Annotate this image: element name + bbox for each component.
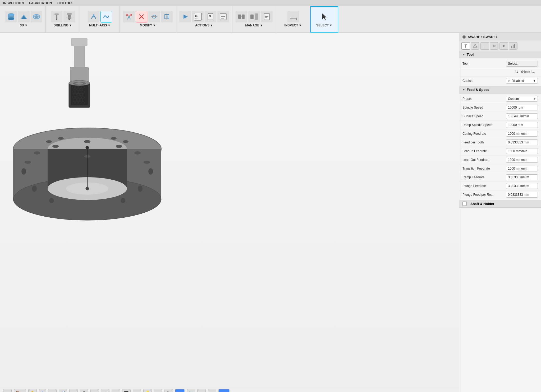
feed-speed-section-header[interactable]: ▼ Feed & Speed (459, 86, 541, 94)
viewport[interactable]: ⌂ 🏠▼ ✋ 🔍 ▼ 🔎 ▼ 🖥 ▼ # ▼ ⬛ ▼ 💡 ▼ ↻ ●▼ 📷 (0, 33, 459, 392)
toolbar-group-inspect[interactable]: ↔ INSPECT ▼ (276, 6, 310, 32)
home-btn[interactable]: ⌂ (3, 389, 12, 392)
scissors-icon[interactable]: ✂️ (123, 11, 135, 22)
preset-label: Preset (462, 97, 506, 101)
display-btn[interactable]: 🖥 (80, 389, 88, 392)
spindle-speed-label: Spindle Speed (462, 106, 506, 109)
post-icon[interactable]: G (205, 11, 216, 22)
tab-linking[interactable] (490, 42, 498, 50)
simulate-icon[interactable] (179, 11, 191, 22)
lead-out-row: Lead-Out Feedrate 1000 mm/min (459, 156, 541, 164)
toolbar-group-actions[interactable]: G1G2 G ACTIONS ▼ (176, 6, 232, 32)
plunge-feedrate-input[interactable]: 333.333 mm/m (506, 183, 538, 189)
toolbar-group-multiaxis[interactable]: MULTI-AXIS ▼ (80, 6, 120, 32)
grid-dropdown-btn[interactable]: ▼ (112, 389, 120, 392)
multiaxis-label[interactable]: MULTI-AXIS ▼ (87, 22, 113, 28)
menu-inspection[interactable]: INSPECTION (3, 1, 24, 5)
zoom-btn[interactable]: 🔍 (39, 389, 46, 392)
coolant-select[interactable]: ⊘ Disabled ▼ (506, 78, 538, 84)
svg-rect-32 (255, 13, 258, 20)
dimension-icon[interactable]: ↔ (287, 11, 299, 22)
modify4-icon[interactable] (161, 11, 173, 22)
toolbar-group-modify[interactable]: ✂️ MODIFY ▼ (120, 6, 176, 32)
toolbar-group-manage[interactable]: MANAGE ▼ (232, 6, 276, 32)
camera-dropdown-btn[interactable]: ▼ (197, 389, 206, 392)
more-btn[interactable]: ⋯▼ (208, 389, 216, 392)
svg-rect-29 (242, 15, 245, 19)
drilling2-icon[interactable] (63, 11, 75, 22)
plunge-feedrate-label: Plunge Feedrate (462, 184, 506, 188)
ramp-feedrate-input[interactable]: 333.333 mm/m (506, 174, 538, 180)
light-btn[interactable]: 💡 (143, 389, 152, 392)
nc-icon[interactable] (217, 11, 229, 22)
manage2-icon[interactable] (248, 11, 260, 22)
svg-point-4 (34, 15, 39, 18)
svg-rect-10 (67, 13, 72, 15)
svg-point-74 (75, 82, 83, 85)
g1g2-icon[interactable]: G1G2 (192, 11, 204, 22)
select-label[interactable]: SELECT ▼ (314, 22, 334, 28)
surface-speed-input[interactable]: 188.496 m/min (506, 113, 538, 119)
select-cursor-icon[interactable] (319, 11, 330, 22)
display-dropdown-btn[interactable]: ▼ (90, 389, 99, 392)
svg-marker-9 (68, 19, 71, 20)
camera-btn[interactable]: 📷 (187, 389, 195, 392)
export-btn[interactable]: →▼ (218, 389, 230, 392)
zoom2-btn[interactable]: 🔎 (59, 389, 67, 392)
zoom2-dropdown-btn[interactable]: ▼ (69, 389, 78, 392)
refresh-btn[interactable]: ↻ (164, 389, 173, 392)
ramp-spindle-input[interactable]: 10000 rpm (506, 122, 538, 128)
shaft-section-header[interactable]: Shaft & Holder (459, 200, 541, 208)
modify2-icon[interactable] (136, 11, 147, 22)
lead-out-input[interactable]: 1000 mm/min (506, 157, 538, 163)
nav-btn[interactable]: 🏠▼ (14, 389, 26, 392)
menu-utilities[interactable]: UTILITIES (57, 1, 74, 5)
pan-btn[interactable]: ✋ (28, 389, 37, 392)
plunge-feed-per-rev-input[interactable]: 0.0333333 mm (506, 192, 538, 198)
coolant-caret-icon: ▼ (533, 79, 536, 83)
feed-per-tooth-input[interactable]: 0.0333333 mm (506, 139, 538, 145)
tool-sub-row: #1 – Ø6mm fl... (459, 68, 541, 77)
toolbar-group-3d[interactable]: 3D ▼ (2, 6, 46, 32)
zoom-dropdown-btn[interactable]: ▼ (48, 389, 57, 392)
toolbar-group-select[interactable]: SELECT ▼ (310, 6, 338, 32)
cutting-feedrate-input[interactable]: 1000 mm/min (506, 131, 538, 137)
tab-passes[interactable] (480, 42, 489, 50)
spindle-speed-input[interactable]: 10000 rpm (506, 105, 538, 110)
render-dropdown-btn[interactable]: ▼ (133, 389, 141, 392)
point-btn[interactable]: ●▼ (175, 389, 185, 392)
3d-pocket-icon[interactable] (18, 11, 30, 22)
tool-section-header[interactable]: ▼ Tool (459, 51, 541, 58)
lead-in-row: Lead-In Feedrate 1000 mm/min (459, 147, 541, 156)
manage-label[interactable]: MANAGE ▼ (243, 22, 265, 28)
lead-in-input[interactable]: 1000 mm/min (506, 148, 538, 154)
modify-label[interactable]: MODIFY ▼ (138, 22, 158, 28)
3d-turning-icon[interactable] (5, 11, 17, 22)
transition-feedrate-input[interactable]: 1000 mm/min (506, 166, 538, 171)
manage3-icon[interactable] (261, 11, 273, 22)
inspect-label[interactable]: INSPECT ▼ (282, 22, 304, 28)
shaft-checkbox[interactable] (462, 202, 467, 206)
svg-point-86 (84, 140, 90, 143)
drilling-label[interactable]: DRILLING ▼ (51, 22, 74, 28)
multiaxis1-icon[interactable] (88, 11, 99, 22)
3d-label[interactable]: 3D ▼ (18, 22, 30, 28)
tab-geometry[interactable] (471, 42, 479, 50)
render-btn[interactable]: ⬛ (122, 389, 131, 392)
tab-simulation[interactable] (499, 42, 508, 50)
manage1-icon[interactable] (236, 11, 247, 22)
grid-btn[interactable]: # (101, 389, 109, 392)
actions-label[interactable]: ACTIONS ▼ (193, 22, 215, 28)
tab-chart[interactable] (509, 42, 517, 50)
tab-tool[interactable] (461, 42, 470, 50)
drilling-icon[interactable] (51, 11, 62, 22)
menu-fabrication[interactable]: FABRICATION (29, 1, 52, 5)
toolbar-group-drilling[interactable]: DRILLING ▼ (46, 6, 80, 32)
modify3-icon[interactable] (148, 11, 160, 22)
3d-contour-icon[interactable] (31, 11, 42, 22)
tool-select-button[interactable]: Select... (506, 61, 538, 67)
light-dropdown-btn[interactable]: ▼ (154, 389, 162, 392)
tool-arrow-icon: ▼ (462, 53, 465, 56)
multiaxis2-icon[interactable] (100, 11, 112, 22)
preset-select[interactable]: Custom ▼ (506, 96, 538, 102)
